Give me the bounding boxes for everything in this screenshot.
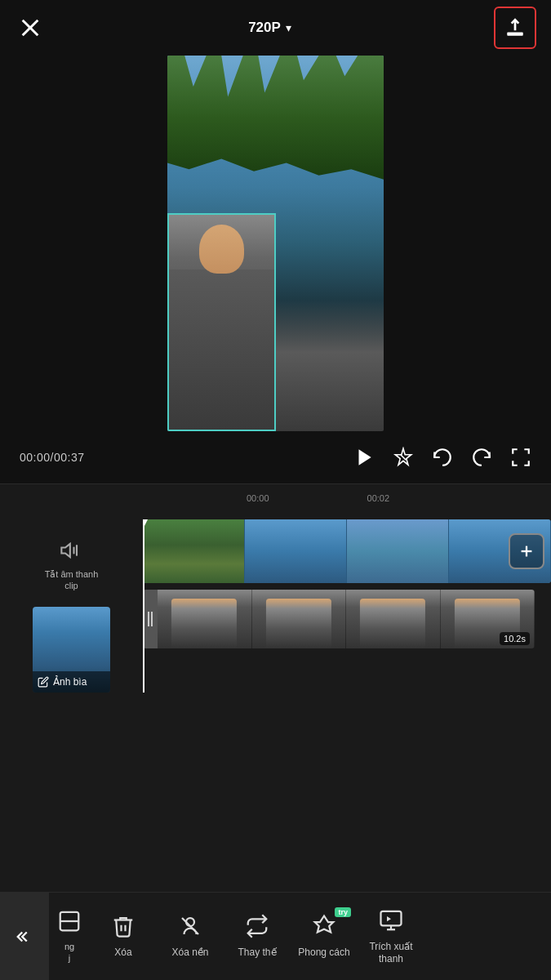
remove-bg-icon <box>178 914 202 942</box>
person-body <box>169 270 274 430</box>
partial-label: ng j <box>64 942 74 963</box>
quality-label: 720P <box>248 20 281 36</box>
person-figure-thumb-3 <box>360 599 425 648</box>
timeline-tracks: 10.2s <box>143 519 551 693</box>
top-bar: 720P ▾ <box>0 0 551 56</box>
clip-frame-1 <box>143 519 245 583</box>
fullscreen-button[interactable] <box>510 447 531 468</box>
video-clip-2[interactable]: 10.2s <box>143 590 535 648</box>
person-frame-1 <box>158 590 252 648</box>
timeline-header: 00:00 00:02 <box>0 483 551 511</box>
timeline-content: Tắt âm thanh clip Ảnh bìa <box>0 511 551 701</box>
cover-label-text: Ảnh bìa <box>53 676 87 688</box>
clip-frame-2 <box>245 519 347 583</box>
audio-label: Tắt âm thanh clip <box>45 568 99 592</box>
toolbar-item-xoa[interactable]: Xóa <box>90 893 157 980</box>
extract-icon <box>379 908 403 936</box>
toolbar-items: ng j Xóa <box>49 893 551 980</box>
svg-marker-18 <box>387 916 391 921</box>
toolbar-item-phong-cach[interactable]: try Phong cách <box>291 893 358 980</box>
playhead <box>143 519 144 693</box>
person-frame-3 <box>346 590 441 648</box>
app-container: 720P ▾ TikTok 00:00/00:37 <box>0 0 551 980</box>
video-preview: TikTok <box>167 56 384 431</box>
person-figure <box>169 215 274 430</box>
video-background: TikTok <box>167 56 384 431</box>
duration-badge: 10.2s <box>500 632 530 645</box>
controls-bar: 00:00/00:37 <box>0 431 551 483</box>
toolbar-item-thay-the[interactable]: Thay thế <box>224 893 291 980</box>
toolbar-label-trich-xuat: Trích xuất thanh <box>369 941 412 964</box>
quality-chevron-icon: ▾ <box>286 21 291 34</box>
timeline-tick-2: 00:02 <box>367 493 390 503</box>
undo-button[interactable] <box>432 447 453 468</box>
clip-handle-left[interactable] <box>143 590 158 648</box>
close-button[interactable] <box>15 12 46 43</box>
partial-icon <box>57 909 82 937</box>
style-icon-container: try <box>312 914 336 942</box>
toolbar-item-trich-xuat[interactable]: Trích xuất thanh <box>358 893 424 980</box>
svg-marker-6 <box>62 544 71 557</box>
svg-rect-17 <box>381 911 402 926</box>
delete-icon <box>111 914 136 942</box>
edit-icon <box>38 676 49 688</box>
toolbar-item-xoa-nen[interactable]: Xóa nền <box>157 893 224 980</box>
person-figure-thumb-2 <box>266 599 331 648</box>
svg-marker-3 <box>359 449 371 466</box>
collapse-toolbar-button[interactable] <box>0 893 49 980</box>
svg-rect-2 <box>507 32 523 35</box>
play-button[interactable] <box>353 447 375 468</box>
clip-frame-3 <box>347 519 449 583</box>
audio-mute-icon <box>60 539 82 565</box>
timeline-left-panel: Tắt âm thanh clip Ảnh bìa <box>0 519 143 693</box>
clip-frames <box>143 519 551 583</box>
playback-controls <box>353 447 531 468</box>
toolbar-label-phong-cach: Phong cách <box>298 947 349 958</box>
svg-line-5 <box>401 455 407 461</box>
toolbar-label-xoa-nen: Xóa nền <box>171 947 208 958</box>
bottom-toolbar: ng j Xóa <box>0 892 551 980</box>
person-figure-thumb-1 <box>171 599 237 648</box>
style-icon <box>312 914 336 938</box>
person-overlay-box <box>167 213 276 431</box>
timeline-section: 00:00 00:02 Tắt âm thanh clip <box>0 483 551 980</box>
add-clip-button[interactable] <box>509 533 544 569</box>
video-track-1 <box>143 519 551 583</box>
person-head <box>199 225 244 274</box>
cover-label-overlay: Ảnh bìa <box>33 671 110 693</box>
audio-control-area[interactable]: Tắt âm thanh clip <box>45 539 99 592</box>
cover-image-block[interactable]: Ảnh bìa <box>33 607 110 693</box>
magic-tool-button[interactable] <box>393 447 414 468</box>
toolbar-label-xoa: Xóa <box>114 947 131 958</box>
timeline-tick-0: 00:00 <box>247 493 269 503</box>
person-clip-frames <box>158 590 535 648</box>
toolbar-item-partial[interactable]: ng j <box>49 893 90 980</box>
quality-selector[interactable]: 720P ▾ <box>248 20 291 36</box>
person-frame-2 <box>252 590 347 648</box>
export-button[interactable] <box>494 7 536 49</box>
replace-icon <box>245 914 269 942</box>
redo-button[interactable] <box>471 447 492 468</box>
timecode-display: 00:00/00:37 <box>20 451 84 464</box>
video-clip-1[interactable] <box>143 519 551 583</box>
video-track-2: 10.2s <box>143 590 551 648</box>
try-badge: try <box>335 907 351 917</box>
toolbar-label-thay-the: Thay thế <box>238 947 276 958</box>
